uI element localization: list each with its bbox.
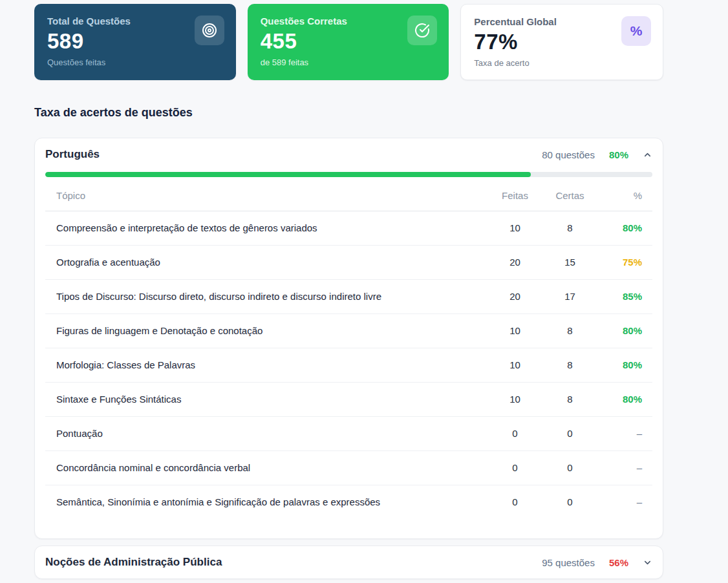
subject-progress-fill (45, 172, 531, 177)
column-header-feitas: Feitas (487, 181, 542, 211)
stats-row: Total de Questões 589 Questões feitas Qu… (34, 4, 663, 80)
section-title: Taxa de acertos de questões (34, 106, 663, 120)
topic-feitas: 0 (487, 416, 542, 450)
column-header-certas: Certas (542, 181, 597, 211)
target-icon (195, 16, 224, 45)
topic-percent: 80% (597, 211, 652, 245)
topic-percent: – (597, 450, 652, 485)
chevron-down-icon[interactable] (643, 558, 652, 567)
subject-name: Noções de Administração Pública (45, 556, 222, 569)
column-header-topic: Tópico (45, 181, 487, 211)
subject-meta: 95 questões 56% (542, 557, 652, 568)
table-row[interactable]: Pontuação 0 0 – (45, 416, 652, 450)
stat-subtext: de 589 feitas (261, 58, 436, 67)
subject-header-nocoes-administracao[interactable]: Noções de Administração Pública 95 quest… (35, 546, 663, 578)
topic-percent: 80% (597, 382, 652, 416)
table-row[interactable]: Concordância nominal e concordância verb… (45, 450, 652, 485)
topic-name: Morfologia: Classes de Palavras (45, 348, 487, 382)
topics-table: Tópico Feitas Certas % Compreensão e int… (45, 181, 652, 519)
topic-name: Figuras de linguagem e Denotação e conot… (45, 313, 487, 348)
stat-card-global-percent: Percentual Global 77% Taxa de acerto % (460, 4, 663, 80)
topic-feitas: 0 (487, 450, 542, 485)
topic-feitas: 20 (487, 245, 542, 279)
table-row[interactable]: Tipos de Discurso: Discurso direto, disc… (45, 279, 652, 313)
subject-name: Português (45, 148, 100, 161)
topics-table-header-row: Tópico Feitas Certas % (45, 181, 652, 211)
table-row[interactable]: Figuras de linguagem e Denotação e conot… (45, 313, 652, 348)
table-row[interactable]: Semântica, Sinonímia e antonímia e Signi… (45, 485, 652, 519)
topic-certas: 0 (542, 450, 597, 485)
topic-percent: 80% (597, 348, 652, 382)
topic-certas: 8 (542, 313, 597, 348)
topic-certas: 8 (542, 211, 597, 245)
topics-table-wrap: Tópico Feitas Certas % Compreensão e int… (35, 177, 663, 538)
percent-icon: % (621, 16, 651, 46)
topic-feitas: 0 (487, 485, 542, 519)
topic-feitas: 10 (487, 313, 542, 348)
stat-card-total-questions: Total de Questões 589 Questões feitas (34, 4, 236, 80)
column-header-percent: % (597, 181, 652, 211)
topic-feitas: 10 (487, 382, 542, 416)
subject-question-count: 80 questões (542, 149, 595, 160)
topic-name: Compreensão e interpretação de textos de… (45, 211, 487, 245)
topic-feitas: 10 (487, 211, 542, 245)
subject-percent: 80% (609, 149, 628, 160)
subject-percent: 56% (609, 557, 628, 568)
dashboard-page: Total de Questões 589 Questões feitas Qu… (34, 0, 663, 583)
chevron-up-icon[interactable] (643, 150, 652, 160)
check-circle-icon (407, 16, 437, 45)
topic-certas: 0 (542, 485, 597, 519)
subject-progress (35, 172, 663, 177)
topic-percent: – (597, 416, 652, 450)
table-row[interactable]: Sintaxe e Funções Sintáticas 10 8 80% (45, 382, 652, 416)
progress-track (45, 172, 652, 177)
topic-percent: – (597, 485, 652, 519)
topic-name: Concordância nominal e concordância verb… (45, 450, 487, 485)
topic-name: Ortografia e acentuação (45, 245, 487, 279)
topic-certas: 8 (542, 348, 597, 382)
topic-feitas: 10 (487, 348, 542, 382)
topic-certas: 0 (542, 416, 597, 450)
topic-name: Sintaxe e Funções Sintáticas (45, 382, 487, 416)
stat-subtext: Questões feitas (47, 58, 223, 67)
topic-certas: 15 (542, 245, 597, 279)
topic-certas: 8 (542, 382, 597, 416)
topic-percent: 85% (597, 279, 652, 313)
topic-name: Pontuação (45, 416, 487, 450)
topic-name: Tipos de Discurso: Discurso direto, disc… (45, 279, 487, 313)
stat-subtext: Taxa de acerto (474, 58, 650, 68)
table-row[interactable]: Ortografia e acentuação 20 15 75% (45, 245, 652, 279)
table-row[interactable]: Compreensão e interpretação de textos de… (45, 211, 652, 245)
subject-card-portugues: Português 80 questões 80% Tópico (34, 138, 663, 539)
topic-percent: 80% (597, 313, 652, 348)
topic-certas: 17 (542, 279, 597, 313)
subject-card-nocoes-administracao: Noções de Administração Pública 95 quest… (34, 546, 663, 579)
topic-feitas: 20 (487, 279, 542, 313)
topic-name: Semântica, Sinonímia e antonímia e Signi… (45, 485, 487, 519)
subject-question-count: 95 questões (542, 557, 595, 568)
topic-percent: 75% (597, 245, 652, 279)
stat-card-correct-questions: Questões Corretas 455 de 589 feitas (248, 4, 449, 80)
subject-meta: 80 questões 80% (542, 149, 652, 160)
subject-header-portugues[interactable]: Português 80 questões 80% (35, 138, 663, 171)
table-row[interactable]: Morfologia: Classes de Palavras 10 8 80% (45, 348, 652, 382)
topics-table-body: Compreensão e interpretação de textos de… (45, 211, 652, 519)
